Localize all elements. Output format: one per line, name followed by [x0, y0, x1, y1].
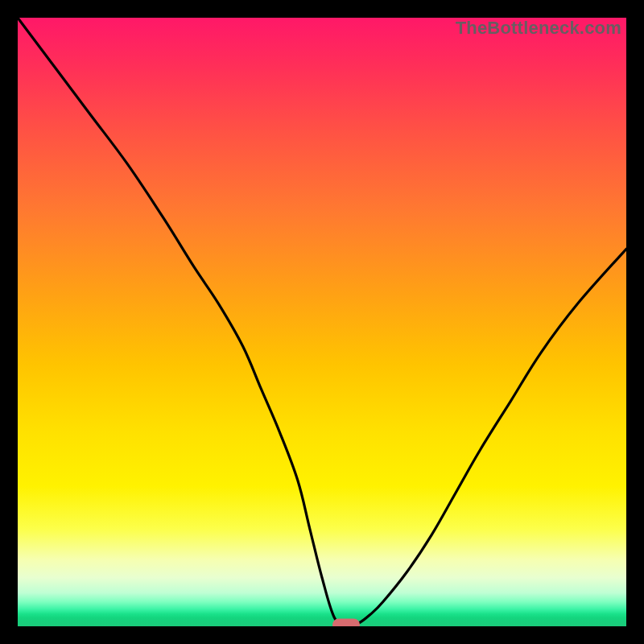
optimum-marker [332, 618, 360, 626]
curve-path [18, 18, 626, 626]
chart-frame: TheBottleneck.com [0, 0, 644, 644]
plot-area: TheBottleneck.com [18, 18, 626, 626]
bottleneck-curve [18, 18, 626, 626]
watermark-label: TheBottleneck.com [456, 18, 621, 39]
